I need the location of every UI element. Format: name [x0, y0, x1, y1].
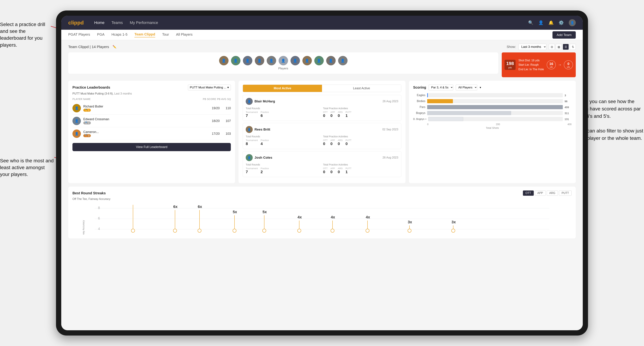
nav-link-teams[interactable]: Teams	[112, 20, 123, 25]
players-label: Players	[74, 67, 493, 70]
svg-text:6x: 6x	[173, 204, 178, 209]
svg-point-19	[262, 229, 266, 232]
bar-track-pars	[427, 105, 563, 109]
apc-stats-1: Total Rounds Tournament 7 Practice 6	[246, 107, 398, 118]
svg-text:3x: 3x	[452, 220, 456, 224]
navbar-icons: 🔍 👤 🔔 ⚙️ 👤	[528, 19, 576, 26]
tab-pgat-players[interactable]: PGAT Players	[68, 32, 90, 37]
streaks-pill-app[interactable]: APP	[535, 190, 546, 196]
col-pb-avg: PB AVG SQ	[217, 98, 231, 100]
people-icon[interactable]: 👤	[538, 20, 544, 25]
apc-name-1: Blair McHarg	[254, 99, 275, 103]
lb-name-1: Richard Butler	[83, 105, 207, 108]
player-avatar-7[interactable]: 👤	[290, 56, 300, 65]
bar-val-dbogeys: 131	[564, 118, 572, 121]
shot-circle-2: 0 yds	[564, 60, 573, 69]
scoring-par-filter[interactable]: Par 3, 4 & 5s Par 3s Par 4s Par 5s	[428, 85, 453, 90]
bar-dbogeys: D. Bogeys + 131	[413, 117, 572, 121]
view-grid-btn[interactable]: ▦	[556, 44, 562, 50]
featured-shot-card: 198 yds Shot Dist: 16 yds Start Lie: Rou…	[502, 52, 576, 77]
player-avatar-5[interactable]: 👤	[267, 56, 276, 65]
lb-avg-1: 110	[222, 106, 231, 110]
lb-score-3: 17/20	[209, 132, 220, 136]
svg-point-34	[452, 229, 455, 232]
view-full-leaderboard-button[interactable]: View Full Leaderboard	[72, 143, 231, 151]
nav-link-home[interactable]: Home	[94, 20, 104, 25]
streaks-title: Best Round Streaks	[72, 191, 106, 195]
svg-text:5x: 5x	[262, 210, 267, 214]
streaks-pill-putt[interactable]: PUTT	[559, 190, 572, 196]
player-avatar-3[interactable]: 👤	[243, 56, 252, 65]
player-avatar-10[interactable]: 👤	[326, 56, 336, 65]
apc-name-2: Rees Britt	[254, 128, 270, 131]
least-active-btn[interactable]: Least Active	[322, 85, 401, 92]
streaks-pill-arg[interactable]: ARG	[547, 190, 558, 196]
edit-icon[interactable]: ✏️	[112, 45, 116, 49]
view-list-btn[interactable]: ☰	[563, 44, 569, 50]
shot-info-details: Shot Dist: 16 yds Start Lie: Rough End L…	[518, 58, 544, 72]
bar-fill-birdies	[427, 99, 453, 103]
streaks-pill-ott[interactable]: OTT	[523, 190, 534, 196]
settings-icon[interactable]: ⚙️	[558, 20, 564, 25]
svg-text:4x: 4x	[331, 215, 335, 219]
practice-lb-dropdown[interactable]: PUTT Must Make Putting ... ▾	[188, 85, 231, 90]
tab-all-players[interactable]: All Players	[176, 32, 192, 37]
tab-team-clippd[interactable]: Team Clippd	[134, 32, 155, 37]
apc-header-1: 👤 Blair McHarg 26 Aug 2023	[246, 98, 398, 105]
show-controls: Show: Last 3 months Last 6 months Last y…	[506, 44, 576, 50]
nav-link-performance[interactable]: My Performance	[130, 20, 158, 25]
lb-name-3: Cameron...	[83, 130, 207, 134]
bar-eagles: Eagles 3	[413, 93, 572, 97]
team-header: Team Clippd | 14 Players ✏️ Show: Last 3…	[68, 44, 576, 50]
shot-arrow-icon: →	[558, 63, 562, 67]
view-filter-btn[interactable]: ⇅	[570, 44, 576, 50]
lb-row-1: 👤 Richard Butler 🥇 1 19/20 110	[72, 102, 231, 115]
tab-hcaps[interactable]: Hcaps 1-5	[112, 32, 128, 37]
player-avatar-8[interactable]: 👤	[302, 56, 312, 65]
sub-nav: PGAT Players PGA Hcaps 1-5 Team Clippd T…	[61, 30, 583, 40]
show-select[interactable]: Last 3 months Last 6 months Last year	[518, 44, 546, 50]
svg-point-31	[408, 229, 411, 232]
shot-distance-unit: yds	[506, 66, 514, 69]
player-avatar-2[interactable]: 👤	[231, 56, 240, 65]
bar-pars: Pars 499	[413, 105, 572, 109]
view-grid-small-btn[interactable]: ⊞	[549, 44, 555, 50]
scoring-axis-label: Total Shots	[413, 126, 572, 129]
shot-circle-1: 16 yds	[547, 60, 556, 69]
scoring-player-filter[interactable]: All Players	[456, 85, 477, 90]
avatar[interactable]: 👤	[569, 19, 576, 26]
annotation-bottom-left: See who is the most and least active amo…	[0, 157, 54, 178]
navbar-links: Home Teams My Performance	[94, 20, 528, 25]
bar-val-pars: 499	[564, 106, 572, 109]
player-avatar-4[interactable]: 👤	[255, 56, 264, 65]
tab-tour[interactable]: Tour	[162, 32, 169, 37]
bar-fill-dbogeys	[428, 117, 463, 121]
scoring-card: Scoring Par 3, 4 & 5s Par 3s Par 4s Par …	[409, 81, 576, 183]
apc-name-row-3: 👤 Josh Coles	[246, 154, 272, 161]
most-active-btn[interactable]: Most Active	[243, 85, 322, 92]
bell-icon[interactable]: 🔔	[548, 20, 554, 25]
player-avatar-9[interactable]: 👤	[314, 56, 324, 65]
streaks-pills: OTT APP ARG PUTT	[523, 190, 572, 196]
bar-label-dbogeys: D. Bogeys +	[413, 118, 427, 120]
add-team-button[interactable]: Add Team	[552, 31, 576, 39]
tablet-device: clippd Home Teams My Performance 🔍 👤 🔔 ⚙…	[56, 10, 588, 336]
svg-text:8: 8	[98, 206, 100, 210]
active-player-1: 👤 Blair McHarg 26 Aug 2023 Total Rounds …	[243, 95, 401, 121]
streaks-chart: 8 6 4 7x 6x 6x	[72, 203, 572, 234]
main-content: Team Clippd | 14 Players ✏️ Show: Last 3…	[61, 40, 583, 330]
apc-date-3: 26 Aug 2023	[382, 156, 398, 159]
lb-info-2: Edward Crossman 🥈 2	[83, 117, 207, 124]
player-avatar-6[interactable]: 👤	[278, 56, 288, 65]
apc-date-2: 02 Sep 2023	[382, 128, 398, 131]
player-avatar-11[interactable]: 👤	[338, 56, 348, 65]
search-icon[interactable]: 🔍	[528, 20, 534, 25]
tab-pga[interactable]: PGA	[97, 32, 104, 37]
player-avatar-1[interactable]: 👤	[219, 56, 228, 65]
bar-fill-bogeys	[427, 111, 511, 115]
col-player-name: PLAYER NAME	[72, 98, 202, 100]
apc-name-row-1: 👤 Blair McHarg	[246, 98, 275, 105]
apc-header-2: 👤 Rees Britt 02 Sep 2023	[246, 126, 398, 133]
streaks-header: Best Round Streaks OTT APP ARG PUTT	[72, 190, 572, 196]
activity-toggle: Most Active Least Active	[243, 85, 401, 92]
